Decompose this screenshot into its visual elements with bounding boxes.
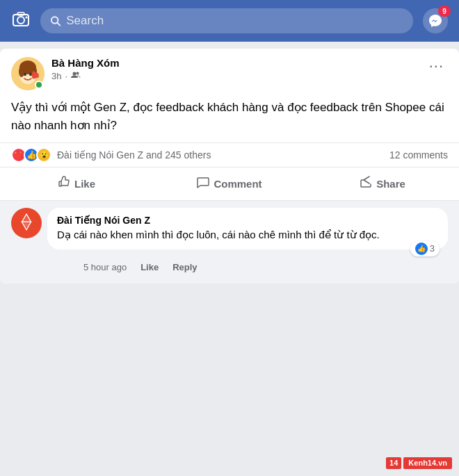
post-author-name: Bà Hàng Xóm <box>51 57 418 69</box>
post-card: Bà Hàng Xóm 3h · ··· Vậy thì với một Gen… <box>0 49 459 284</box>
comment-button[interactable]: Comment <box>153 169 306 199</box>
comments-count[interactable]: 12 comments <box>389 149 448 161</box>
privacy-icon <box>71 70 81 82</box>
comment-reply-button[interactable]: Reply <box>172 262 197 272</box>
share-icon <box>360 176 372 192</box>
wow-reaction: 😮 <box>36 147 51 163</box>
svg-point-3 <box>26 17 28 19</box>
reactions-bar: ❤️ 👍 😮 Đài tiếng Nói Gen Z and 245 other… <box>0 142 459 167</box>
messenger-button[interactable]: 9 <box>423 8 448 33</box>
post-text: Vậy thì với một Gen Z, đọc feedback khác… <box>0 96 459 142</box>
post-time: 3h <box>51 71 61 81</box>
like-label: Like <box>74 178 95 190</box>
app-header: 9 <box>0 0 459 42</box>
search-input[interactable] <box>66 14 403 28</box>
more-options-button[interactable]: ··· <box>425 57 448 75</box>
svg-point-16 <box>76 72 79 75</box>
camera-button[interactable] <box>11 9 31 33</box>
comment-like-badge: 👍 3 <box>410 241 440 256</box>
post-meta: Bà Hàng Xóm 3h · <box>51 57 418 82</box>
comment-section: Đài Tiếng Nói Gen Z Dạ cái nào khen mình… <box>0 200 459 284</box>
author-avatar-container <box>11 57 45 90</box>
svg-point-9 <box>19 66 24 77</box>
watermark-number: 14 <box>386 457 401 469</box>
online-indicator <box>35 81 43 89</box>
search-icon <box>50 15 61 26</box>
comment-author: Đài Tiếng Nói Gen Z <box>57 215 438 226</box>
comment-actions: 5 hour ago Like Reply <box>47 249 448 274</box>
search-bar[interactable] <box>40 8 413 33</box>
share-button[interactable]: Share <box>306 169 459 199</box>
comment-label: Comment <box>214 178 261 190</box>
reactions-left: ❤️ 👍 😮 Đài tiếng Nói Gen Z and 245 other… <box>11 147 211 163</box>
comment-time: 5 hour ago <box>83 262 127 272</box>
comment-like-button[interactable]: Like <box>140 262 159 272</box>
svg-point-15 <box>73 72 76 76</box>
reaction-emoji-group: ❤️ 👍 😮 <box>11 147 51 163</box>
post-header: Bà Hàng Xóm 3h · ··· <box>0 49 459 96</box>
comment-icon <box>197 176 209 192</box>
comment-like-thumb-icon: 👍 <box>415 243 428 255</box>
watermark-label: Kenh14.vn <box>403 457 452 469</box>
like-icon <box>58 176 70 192</box>
svg-point-11 <box>24 73 26 76</box>
post-time-row: 3h · <box>51 70 418 82</box>
comment-bubble: Đài Tiếng Nói Gen Z Dạ cái nào khen mình… <box>47 208 448 249</box>
svg-point-1 <box>17 17 24 24</box>
comment-like-count: 3 <box>430 243 435 254</box>
action-row: Like Comment Share <box>0 167 459 200</box>
like-button[interactable]: Like <box>0 169 153 199</box>
comment-item: Đài Tiếng Nói Gen Z Dạ cái nào khen mình… <box>11 208 448 274</box>
svg-point-12 <box>29 73 32 76</box>
reactions-count: Đài tiếng Nói Gen Z and 245 others <box>57 149 211 161</box>
svg-line-5 <box>57 23 60 26</box>
share-label: Share <box>376 178 405 190</box>
comment-text: Dạ cái nào khen mình thì đọc luôn, cái n… <box>57 227 438 243</box>
separator-dot: · <box>65 71 67 81</box>
watermark: 14 Kenh14.vn <box>386 457 452 469</box>
comment-avatar <box>11 208 42 238</box>
messenger-badge: 9 <box>438 6 451 17</box>
